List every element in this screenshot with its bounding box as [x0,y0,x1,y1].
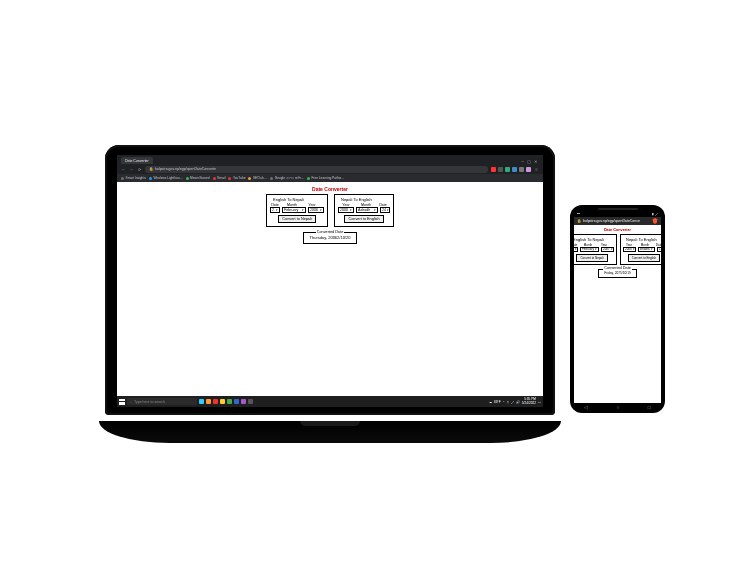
taskbar-app-icon[interactable] [206,399,211,404]
bookmark-item[interactable]: YouTube [228,176,245,180]
page-title: Date Converter [312,186,348,192]
bookmark-item[interactable]: MearnStarred [186,176,210,180]
taskbar-app-icon[interactable] [248,399,253,404]
notification-icon[interactable]: ▭ [538,400,541,404]
phone-frame: ••• ▮ ⋰ 🔒 bolpatra.gov.np/egp/openDateCo… [570,205,665,413]
select-month[interactable]: Bhadra▾ [638,247,655,252]
result-group: Converted Date Thursday, 20062/10/20 [303,232,358,244]
phone-viewport: ••• ▮ ⋰ 🔒 bolpatra.gov.np/egp/openDateCo… [574,211,661,403]
laptop-device: Date Converter ─ ▢ ✕ ← → ⟳ 🔒 bolpatra.go… [105,145,555,443]
phone-address-bar[interactable]: 🔒 bolpatra.gov.np/egp/openDateConve [574,217,661,225]
address-bar[interactable]: 🔒 bolpatra.gov.np/egp/openDateConverte [145,166,488,173]
profile-icon[interactable] [526,167,531,172]
convert-to-nepali-button[interactable]: Convert to Nepali [576,254,607,262]
select-year[interactable]: 2007▾ [601,247,614,252]
select-month[interactable]: February▾ [580,247,599,252]
lock-icon: 🔒 [577,219,581,223]
tab-bar: Date Converter ─ ▢ ✕ [117,155,543,164]
status-left: ••• [577,212,580,216]
converter-row: English To Nepali Date Month Year 2▾ Feb… [574,234,661,265]
group-legend: English To Nepali [272,197,305,202]
result-value: Thursday, 20062/10/20 [310,235,351,240]
taskbar-app-icon[interactable] [241,399,246,404]
chevron-down-icon: ▾ [302,208,304,212]
laptop-viewport: Date Converter ─ ▢ ✕ ← → ⟳ 🔒 bolpatra.go… [117,155,543,407]
result-group: Converted Date Friday, 2075/10/19 [598,269,637,279]
laptop-frame: Date Converter ─ ▢ ✕ ← → ⟳ 🔒 bolpatra.go… [105,145,555,415]
extension-icon[interactable] [505,167,510,172]
result-legend: Converted Date [316,230,345,234]
taskbar-app-icon[interactable] [220,399,225,404]
phone-device: ••• ▮ ⋰ 🔒 bolpatra.gov.np/egp/openDateCo… [570,205,665,413]
forward-icon[interactable]: → [129,167,134,172]
group-legend: English To Nepali [574,237,605,242]
bookmark-item[interactable]: Free Learning Pathw… [307,176,344,180]
weather-icon[interactable]: ☁ [489,400,492,404]
laptop-base [99,421,561,443]
chevron-down-icon: ▾ [595,247,597,251]
taskbar-app-icon[interactable] [213,399,218,404]
bookmark-item[interactable]: Smart Insights [121,176,146,180]
status-right: ▮ ⋰ [652,212,658,216]
extension-icons [491,167,531,172]
menu-icon[interactable]: ≡ [534,167,539,172]
url-text: bolpatra.gov.np/egp/openDateConve [583,219,640,223]
shield-icon[interactable] [491,167,496,172]
brave-icon[interactable] [652,218,658,224]
chevron-up-icon[interactable]: ˄ [503,400,505,404]
volume-icon[interactable]: 🔊 [516,400,520,404]
select-year[interactable]: 2000▾ [623,247,636,252]
bookmark-item[interactable]: Windows Lighthou… [149,176,183,180]
chevron-down-icon: ▾ [575,247,577,251]
extension-icon[interactable] [519,167,524,172]
english-to-nepali-group: English To Nepali Date Month Year 2▾ Feb… [574,234,617,265]
result-legend: Converted Date [603,266,632,270]
nav-recent-icon[interactable]: □ [648,404,651,410]
convert-to-english-button[interactable]: Convert to English [628,254,661,262]
group-legend: Nepali To English [625,237,658,242]
back-icon[interactable]: ← [121,167,126,172]
page-content: Date Converter English To Nepali Date Mo… [117,182,543,396]
system-tray: ☁ 63°F ˄ ▯ ⋰ 🔊 5:35 PM 5/24/2022 ▭ [489,398,541,404]
group-legend: Nepali To English [340,197,373,202]
chevron-down-icon: ▾ [350,208,352,212]
convert-to-english-button[interactable]: Convert to English [344,215,383,223]
phone-speaker [598,208,638,210]
bookmarks-bar: Smart Insights Windows Lighthou… MearnSt… [117,174,543,182]
result-value: Friday, 2075/10/19 [603,271,632,275]
wifi-icon[interactable]: ⋰ [511,400,514,404]
bookmark-item[interactable]: SEO.uk… [248,176,267,180]
laptop-hinge [300,421,360,426]
taskbar-search[interactable]: ⌕Type here to search [127,398,197,405]
bookmark-item[interactable]: Google २०१० लागि… [270,176,304,180]
windows-taskbar: ⌕Type here to search ☁ 63°F ˄ ▯ [117,396,543,407]
taskbar-pinned [199,399,253,404]
nepali-to-english-group: Nepali To English Year Month Date 2000▾ … [620,234,661,265]
nav-back-icon[interactable]: ◁ [584,404,588,410]
english-to-nepali-group: English To Nepali Date Month Year 2▾ Feb… [266,194,328,227]
select-date[interactable]: 2▾ [574,247,578,252]
tray-icon[interactable]: ▯ [507,400,509,404]
chevron-down-icon: ▾ [320,208,322,212]
reload-icon[interactable]: ⟳ [137,167,142,172]
browser-chrome: Date Converter ─ ▢ ✕ ← → ⟳ 🔒 bolpatra.go… [117,155,543,182]
nav-home-icon[interactable]: ○ [616,404,619,410]
taskbar-app-icon[interactable] [199,399,204,404]
select-date[interactable]: 12▾ [657,247,661,252]
page-content: Date Converter English To Nepali Date Mo… [574,225,661,403]
extension-icon[interactable] [498,167,503,172]
extension-icon[interactable] [512,167,517,172]
bookmark-item[interactable]: Gmail [213,176,226,180]
taskbar-app-icon[interactable] [227,399,232,404]
chevron-down-icon: ▾ [611,247,613,251]
browser-tab[interactable]: Date Converter [121,157,153,164]
clock[interactable]: 5:35 PM 5/24/2022 [522,398,536,404]
chevron-down-icon: ▾ [633,247,635,251]
taskbar-app-icon[interactable] [234,399,239,404]
chevron-down-icon: ▾ [374,208,376,212]
chevron-down-icon: ▾ [651,247,653,251]
addressbar-row: ← → ⟳ 🔒 bolpatra.gov.np/egp/openDateConv… [117,164,543,174]
chevron-down-icon: ▾ [387,208,389,212]
start-icon[interactable] [119,399,125,405]
convert-to-nepali-button[interactable]: Convert to Nepali [278,215,315,223]
